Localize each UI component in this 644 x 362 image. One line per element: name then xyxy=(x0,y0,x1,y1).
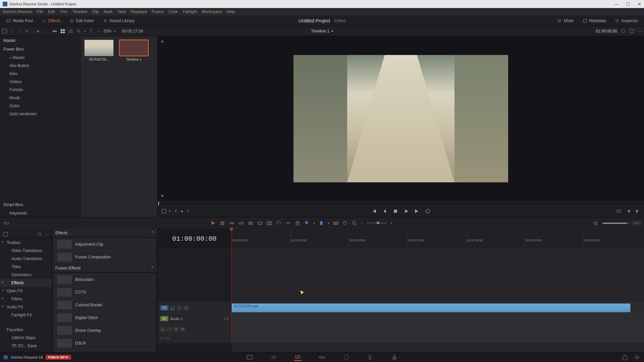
fx-item[interactable]: Colored Border xyxy=(54,299,155,311)
a1-badge[interactable]: A1 xyxy=(160,316,168,321)
menu-davinci[interactable]: DaVinci Resolve xyxy=(3,9,32,14)
fx-cat-item[interactable]: Generators xyxy=(0,271,52,279)
fx-favorites[interactable]: Favorites xyxy=(0,326,52,334)
fairlight-page-icon[interactable] xyxy=(367,354,374,361)
menu-mark[interactable]: Mark xyxy=(104,9,113,14)
flag-icon[interactable] xyxy=(304,220,310,226)
power-master-bin[interactable]: Master xyxy=(0,54,80,62)
view-list-icon[interactable] xyxy=(68,28,73,34)
nav-back-icon[interactable] xyxy=(9,28,15,34)
fx-openfx[interactable]: Open FX xyxy=(0,287,52,295)
v1-badge[interactable]: V1 xyxy=(160,305,168,310)
maximize-button[interactable]: ☐ xyxy=(626,2,630,7)
lock-audio-icon[interactable] xyxy=(160,327,165,331)
menu-file[interactable]: File xyxy=(37,9,43,14)
zoom-detail-icon[interactable] xyxy=(342,220,348,226)
bin-item[interactable]: Outro xyxy=(0,102,80,110)
snap-icon[interactable] xyxy=(276,220,282,226)
fx-item[interactable]: CCTV xyxy=(54,286,155,298)
out-point-icon[interactable] xyxy=(635,208,641,214)
go-end-button[interactable] xyxy=(414,208,420,214)
fx-item[interactable]: Drone Overlay xyxy=(54,324,155,337)
metadata-toggle[interactable]: Metadata xyxy=(580,17,609,24)
bin-item[interactable]: Fortnite xyxy=(0,86,80,94)
menu-color[interactable]: Color xyxy=(168,9,178,14)
bin-view-icon[interactable] xyxy=(2,28,7,34)
media-page-icon[interactable] xyxy=(246,354,253,361)
view-grid-icon[interactable] xyxy=(60,28,65,34)
menu-help[interactable]: Help xyxy=(226,9,235,14)
fx-item[interactable]: Digital Glitch xyxy=(54,312,155,324)
audio-curve-icon[interactable] xyxy=(167,327,172,331)
fx-fav-item[interactable]: 100mV Steps xyxy=(0,334,52,342)
zoom-level[interactable]: 33% xyxy=(103,29,111,34)
fx-cat-item[interactable]: Video Transitions xyxy=(0,247,52,255)
nav-fwd-icon[interactable] xyxy=(17,28,22,34)
dynamic-trim-icon[interactable] xyxy=(229,220,235,226)
timeline-options-icon[interactable] xyxy=(3,220,9,226)
video-clip[interactable]: 657518728.mp4 xyxy=(231,303,631,312)
keywords-bin[interactable]: Keywords xyxy=(0,209,80,217)
next-marker-icon[interactable] xyxy=(185,208,191,214)
bin-item[interactable]: Intro xyxy=(0,70,80,78)
master-bin[interactable]: Master xyxy=(0,36,80,45)
zoom-custom-icon[interactable] xyxy=(352,220,358,226)
bin-item[interactable]: Musik xyxy=(0,94,80,102)
fx-cat-item[interactable]: Titles xyxy=(0,263,52,271)
bin-item[interactable]: Videos xyxy=(0,78,80,86)
edit-index-toggle[interactable]: Edit Index xyxy=(67,17,97,24)
in-point-icon[interactable] xyxy=(625,208,631,214)
media-clip-thumb[interactable]: 657518728... xyxy=(84,40,114,61)
jump-first-icon[interactable] xyxy=(160,39,166,44)
fx-fairlight[interactable]: Fairlight FX xyxy=(0,311,52,319)
mixer-toggle[interactable]: Mixer xyxy=(554,17,576,24)
edit-page-icon[interactable] xyxy=(294,354,302,361)
mute-icon[interactable] xyxy=(593,220,599,226)
blade-tool-icon[interactable] xyxy=(238,220,244,226)
crop-icon[interactable] xyxy=(161,208,167,214)
minimize-button[interactable]: — xyxy=(614,2,619,7)
singleviewer-icon[interactable] xyxy=(629,28,635,34)
disable-track-icon[interactable] xyxy=(177,306,182,310)
deliver-page-icon[interactable] xyxy=(391,354,398,361)
fx-item[interactable]: Adjustment Clip xyxy=(54,238,155,250)
prev-marker-icon[interactable] xyxy=(173,208,179,214)
close-button[interactable]: ✕ xyxy=(638,2,641,7)
lock-track-icon[interactable] xyxy=(170,306,175,310)
color-page-icon[interactable] xyxy=(342,354,350,361)
view-strip-icon[interactable] xyxy=(52,28,57,34)
match-frame-icon[interactable] xyxy=(616,208,622,214)
menu-playback[interactable]: Playback xyxy=(130,9,147,14)
fx-cat-effects[interactable]: Effects xyxy=(0,279,52,287)
step-back-button[interactable] xyxy=(382,208,388,214)
dim-icon[interactable]: DIM xyxy=(633,221,641,226)
menu-trim[interactable]: Trim xyxy=(60,9,68,14)
volume-slider[interactable] xyxy=(602,223,629,224)
home-icon[interactable] xyxy=(621,354,629,361)
fx-item[interactable]: DSLR xyxy=(54,337,155,349)
replace-icon[interactable] xyxy=(266,220,272,226)
video-visibility-icon[interactable] xyxy=(184,306,189,310)
smart-bins-label[interactable]: Smart Bins xyxy=(0,200,80,209)
menu-fusion[interactable]: Fusion xyxy=(152,9,164,14)
search-icon[interactable] xyxy=(76,28,82,34)
cut-page-icon[interactable] xyxy=(270,354,277,361)
fx-effects-header[interactable]: Effects⌃ xyxy=(52,229,157,238)
fx-panel-icon[interactable] xyxy=(3,232,8,237)
inspector-toggle[interactable]: Inspector xyxy=(612,17,641,24)
bin-item[interactable]: Geld verdienen xyxy=(0,110,80,118)
fx-search-icon[interactable] xyxy=(37,232,42,237)
loop-button[interactable] xyxy=(425,208,431,214)
sound-library-toggle[interactable]: Sound Library xyxy=(100,17,137,24)
fx-cat-item[interactable]: Audio Transitions xyxy=(0,255,52,263)
insert-icon[interactable] xyxy=(248,220,254,226)
video-track-header[interactable]: V1 xyxy=(158,303,231,313)
timeline-ruler[interactable]: 01:00:00:00 01:00:04:00 01:00:08:00 01:0… xyxy=(231,229,644,249)
lock-icon[interactable] xyxy=(294,220,301,226)
fx-fav-item[interactable]: TP ZO... Ease xyxy=(0,342,52,350)
menu-edit[interactable]: Edit xyxy=(48,9,55,14)
selection-tool-icon[interactable] xyxy=(210,220,216,226)
fx-item[interactable]: Fusion Composition xyxy=(54,251,155,263)
viewer-canvas[interactable] xyxy=(158,36,644,201)
trim-tool-icon[interactable] xyxy=(219,220,225,226)
